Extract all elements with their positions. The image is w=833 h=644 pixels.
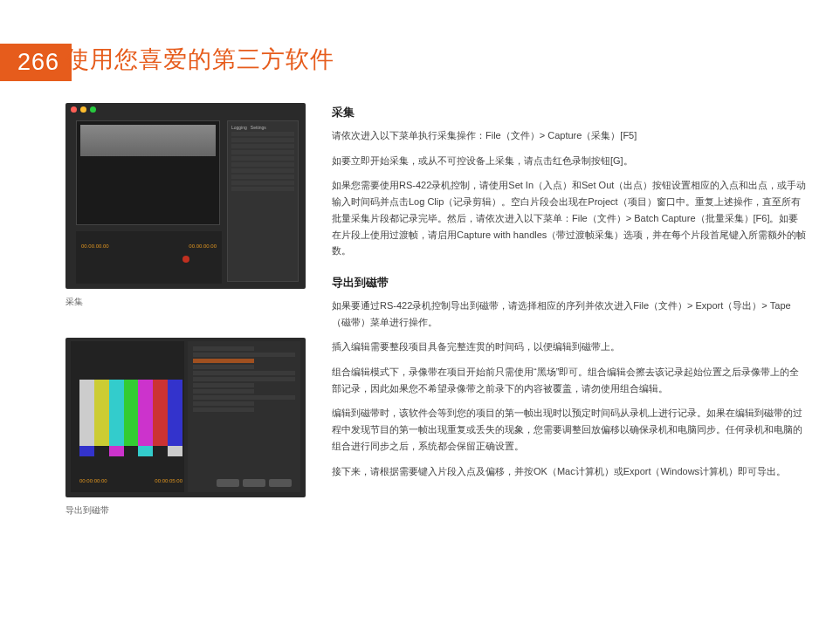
screenshot-capture: Logging Settings 00.00.00.00 00.00.00.00 [65, 103, 306, 289]
export-settings-panel [188, 341, 300, 492]
export-preview-panel: 00:00:00:00 00:00:05:00 [71, 341, 184, 492]
export-buttons-row [217, 479, 292, 487]
settings-line [193, 371, 295, 375]
zoom-icon [90, 106, 96, 113]
settings-line [231, 138, 294, 142]
screenshot-export: 00:00:00:00 00:00:05:00 [65, 338, 306, 497]
export-timecode-row: 00:00:00:00 00:00:05:00 [79, 478, 182, 483]
timecode-in: 00.00.00.00 [81, 243, 109, 249]
tab-settings: Settings [251, 125, 266, 130]
paragraph: 请依次进入以下菜单执行采集操作：File（文件）> Capture（采集）[F5… [332, 127, 807, 144]
capture-timecode-row: 00.00.00.00 00.00.00.00 [76, 243, 222, 249]
page-title: 使用您喜爱的第三方软件 [65, 44, 334, 75]
export-dialog-button [269, 479, 292, 487]
right-column: 采集 请依次进入以下菜单执行采集操作：File（文件）> Capture（采集）… [332, 103, 807, 546]
capture-tabs: Logging Settings [231, 125, 294, 130]
timecode-out: 00.00.00.00 [189, 243, 217, 249]
settings-line [231, 156, 294, 161]
settings-line [193, 395, 295, 400]
export-dialog-button [243, 479, 265, 487]
export-dialog-button [217, 479, 239, 487]
paragraph: 接下来，请根据需要键入片段入点及偏移，并按OK（Mac计算机）或Export（W… [332, 463, 807, 480]
record-icon [182, 256, 189, 263]
paragraph: 如要立即开始采集，或从不可控设备上采集，请点击红色录制按钮[G]。 [332, 153, 807, 169]
settings-line [231, 150, 294, 154]
settings-line [231, 187, 294, 191]
capture-settings-panel: Logging Settings [227, 120, 299, 282]
section-heading-capture: 采集 [332, 103, 807, 122]
settings-line-highlight [193, 359, 254, 363]
paragraph: 组合编辑模式下，录像带在项目开始前只需使用“黑场”即可。组合编辑会擦去该记录起始… [332, 364, 807, 396]
timecode-in: 00:00:00:00 [79, 478, 107, 483]
paragraph: 插入编辑需要整段项目具备完整连贯的时间码，以便编辑到磁带上。 [332, 339, 807, 355]
window-traffic-lights [71, 106, 96, 113]
page-number-badge: 266 [0, 44, 72, 81]
settings-line [193, 389, 254, 394]
left-column: Logging Settings 00.00.00.00 00.00.00.00 [65, 103, 306, 546]
paragraph: 如果要通过RS-422录机控制导出到磁带，请选择相应的序列并依次进入File（文… [332, 298, 807, 330]
settings-line [193, 408, 254, 412]
settings-line [193, 365, 254, 369]
timecode-out: 00:00:05:00 [155, 478, 182, 483]
color-bars-lower-icon [79, 446, 182, 456]
capture-timeline [76, 231, 222, 284]
settings-line [231, 162, 294, 167]
caption-capture: 采集 [65, 296, 306, 308]
settings-line [193, 377, 295, 381]
settings-line [231, 132, 294, 136]
content-row: Logging Settings 00.00.00.00 00.00.00.00 [65, 103, 807, 546]
close-icon [71, 106, 77, 113]
settings-line [231, 175, 294, 179]
minimize-icon [80, 106, 86, 113]
paragraph: 编辑到磁带时，该软件会等到您的项目的第一帧出现时以预定时间码从录机上进行记录。如… [332, 405, 807, 454]
color-bars-icon [79, 380, 182, 446]
settings-line [231, 144, 294, 148]
section-heading-export: 导出到磁带 [332, 273, 807, 292]
settings-line [193, 401, 254, 406]
caption-export: 导出到磁带 [65, 504, 306, 517]
settings-line [231, 168, 294, 173]
paragraph: 如果您需要使用RS-422录机控制，请使用Set In（入点）和Set Out（… [332, 177, 807, 258]
capture-preview-area [76, 120, 220, 225]
settings-line [231, 181, 294, 185]
settings-line [193, 346, 254, 351]
tab-logging: Logging [231, 125, 247, 130]
settings-line [193, 383, 254, 387]
capture-preview-bar [80, 125, 216, 156]
settings-line [193, 353, 295, 357]
